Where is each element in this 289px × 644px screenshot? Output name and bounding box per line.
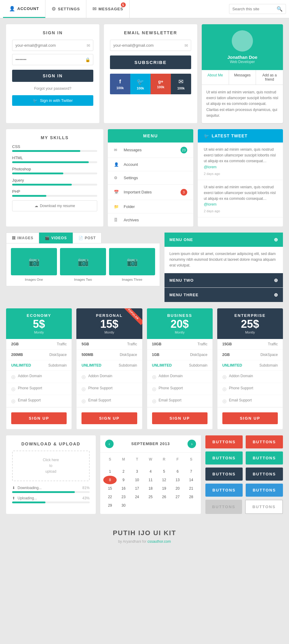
- accordion-header-2[interactable]: MENU TWO ⊕: [164, 273, 283, 287]
- menu-item-archives[interactable]: 🗄 Archives: [108, 213, 193, 226]
- button-dark-2[interactable]: BUTTONS: [246, 468, 283, 481]
- button-outlined-1[interactable]: BUTTONS: [245, 500, 283, 514]
- enterprise-foot: SIGN UP: [217, 408, 283, 429]
- cal-12[interactable]: 12: [157, 476, 171, 484]
- newsletter-email-wrap: ✉: [110, 40, 191, 51]
- newsletter-email-input[interactable]: [110, 40, 191, 51]
- personal-subdomain: UNLIMITEDSubdomain: [77, 360, 142, 371]
- media-tab-videos[interactable]: 🎬 VIDEOS: [39, 233, 72, 243]
- cal-28[interactable]: 28: [184, 493, 198, 501]
- menu-item-folder[interactable]: 📁 Folder: [108, 200, 193, 213]
- email-share-button[interactable]: ✉ 100k: [171, 74, 191, 94]
- calendar-next-button[interactable]: ›: [188, 440, 196, 448]
- button-teal-2[interactable]: BUTTONS: [246, 451, 283, 465]
- forgot-password-link[interactable]: Forgot your password?: [12, 86, 93, 91]
- nav-tab-account[interactable]: 👤 ACCOUNT: [3, 0, 45, 18]
- tweet-link-2[interactable]: @lorem: [204, 202, 217, 206]
- search-bar: 🔍: [229, 4, 286, 14]
- button-red-1[interactable]: BUTTONS: [205, 435, 243, 448]
- tweet-title: LATEST TWEET: [212, 133, 247, 138]
- cal-23[interactable]: 23: [117, 493, 130, 501]
- media-tab-images[interactable]: 🖼 IMAGES: [6, 233, 39, 243]
- cal-29[interactable]: 29: [103, 501, 117, 510]
- business-signup-button[interactable]: SIGN UP: [152, 412, 208, 424]
- personal-email-label: Email Support: [88, 398, 111, 404]
- cal-17[interactable]: 17: [130, 484, 144, 493]
- cal-20[interactable]: 20: [171, 484, 184, 493]
- cal-10[interactable]: 10: [130, 476, 144, 484]
- profile-tab-messages[interactable]: Messages: [229, 70, 256, 85]
- accordion-header-1[interactable]: MENU ONE ⊕: [164, 233, 283, 247]
- skill-photoshop-label: Photoshop: [12, 167, 97, 171]
- menu-item-dates[interactable]: 📅 Important Dates 3: [108, 185, 193, 200]
- economy-traffic-label: Traffic: [57, 342, 67, 346]
- signin-title: SIGN IN: [12, 30, 93, 35]
- cal-13[interactable]: 13: [171, 476, 184, 484]
- menu-item-account[interactable]: 👤 Account: [108, 158, 193, 171]
- cal-25[interactable]: 25: [144, 493, 158, 501]
- footer-link[interactable]: cssauthor.com: [148, 539, 171, 544]
- accordion-header-3[interactable]: MENU THREE ⊕: [164, 288, 283, 302]
- cal-19[interactable]: 19: [157, 484, 171, 493]
- accordion-title-2: MENU TWO: [169, 278, 194, 283]
- cal-15[interactable]: 15: [103, 484, 117, 493]
- cal-5[interactable]: 5: [157, 467, 171, 476]
- upload-area[interactable]: Click heretoupload: [12, 451, 90, 481]
- economy-disk-label: DiskSpace: [49, 353, 67, 357]
- subscribe-button[interactable]: SUBSCRIBE: [110, 55, 191, 69]
- calendar-prev-button[interactable]: ‹: [105, 440, 114, 448]
- search-input[interactable]: [232, 7, 275, 11]
- signin-button[interactable]: SIGN IN: [12, 70, 93, 82]
- twitter-button[interactable]: 🐦 100k: [130, 74, 151, 94]
- cal-9[interactable]: 9: [117, 476, 130, 484]
- cal-3[interactable]: 3: [130, 467, 144, 476]
- cal-2[interactable]: 2: [117, 467, 130, 476]
- pricing-enterprise: ENTERPRISE 25$ Montly 15GBTraffic 2GBDis…: [217, 308, 283, 429]
- economy-signup-button[interactable]: SIGN UP: [11, 412, 67, 424]
- password-input-wrap: 🔒: [12, 54, 93, 65]
- menu-item-messages[interactable]: ✉ Messages 23: [108, 143, 193, 158]
- profile-role: Web Developer: [230, 60, 255, 64]
- skills-card: MY SKILLS CSS HTML Photoshop Jqu: [6, 129, 103, 226]
- cal-11[interactable]: 11: [144, 476, 158, 484]
- button-blue-1[interactable]: BUTTONS: [205, 484, 243, 497]
- cal-24[interactable]: 24: [130, 493, 144, 501]
- personal-signup-button[interactable]: SIGN UP: [81, 412, 137, 424]
- cal-26[interactable]: 26: [157, 493, 171, 501]
- cal-16[interactable]: 16: [117, 484, 130, 493]
- upload-icon: ⬆: [12, 496, 15, 500]
- googleplus-button[interactable]: g+ 100k: [151, 74, 171, 94]
- nav-tab-messages[interactable]: ✉ MESSAGES 5: [86, 0, 130, 18]
- cal-8-today[interactable]: 8: [103, 476, 117, 484]
- cal-14[interactable]: 14: [184, 476, 198, 484]
- cal-30[interactable]: 30: [117, 501, 130, 510]
- signin-card: SIGN IN ✉ 🔒 SIGN IN Forgot your password…: [6, 24, 99, 123]
- download-resume-button[interactable]: ☁ Download my resume: [12, 200, 97, 211]
- button-dark-1[interactable]: BUTTONS: [205, 468, 243, 481]
- email-input[interactable]: [12, 40, 93, 51]
- cal-6[interactable]: 6: [171, 467, 184, 476]
- download-bar: [12, 491, 90, 493]
- cal-18[interactable]: 18: [144, 484, 158, 493]
- cal-4[interactable]: 4: [144, 467, 158, 476]
- profile-tab-friend[interactable]: Add as a friend: [256, 70, 283, 85]
- password-input[interactable]: [12, 54, 93, 65]
- button-red-2[interactable]: BUTTONS: [246, 435, 283, 448]
- enterprise-signup-button[interactable]: SIGN UP: [222, 412, 278, 424]
- facebook-button[interactable]: f 100k: [110, 74, 130, 94]
- button-teal-1[interactable]: BUTTONS: [205, 451, 243, 465]
- messages-icon: ✉: [92, 6, 97, 12]
- cal-1[interactable]: 1: [103, 467, 117, 476]
- media-tab-post[interactable]: 📄 POST: [73, 233, 102, 243]
- tweet-link-1[interactable]: @lorem: [204, 165, 217, 169]
- cal-21[interactable]: 21: [184, 484, 198, 493]
- cal-27[interactable]: 27: [171, 493, 184, 501]
- profile-tab-about[interactable]: About Me: [202, 70, 229, 85]
- button-blue-2[interactable]: BUTTONS: [246, 484, 283, 497]
- button-gray-1[interactable]: BUTTONS: [205, 500, 242, 514]
- cal-22[interactable]: 22: [103, 493, 117, 501]
- twitter-signin-button[interactable]: 🐦 Sign in with Twitter: [12, 95, 93, 106]
- nav-tab-settings[interactable]: ⚙ SETTINGS: [45, 0, 86, 18]
- menu-item-settings[interactable]: ⚙ Settings: [108, 171, 193, 185]
- cal-7[interactable]: 7: [184, 467, 198, 476]
